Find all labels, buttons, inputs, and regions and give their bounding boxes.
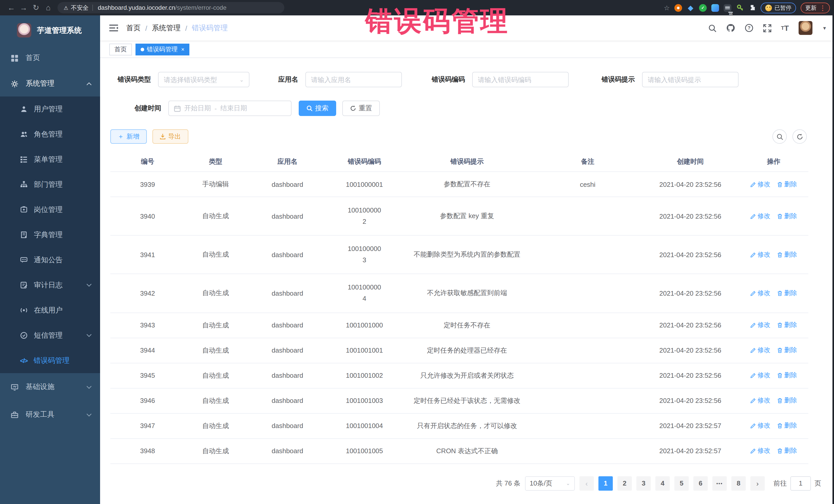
toggle-search-button[interactable]: [772, 129, 787, 144]
app-name-input[interactable]: [311, 76, 396, 83]
edit-link[interactable]: 修改: [750, 250, 770, 259]
page-button[interactable]: 8: [731, 476, 746, 490]
extensions-puzzle-icon[interactable]: [748, 4, 756, 12]
date-range-picker[interactable]: 开始日期 - 结束日期: [168, 101, 291, 116]
goto-page-input[interactable]: [790, 476, 811, 490]
edit-link[interactable]: 修改: [750, 446, 770, 455]
sidebar-item-system-mgmt[interactable]: 系统管理: [0, 71, 100, 96]
bookmark-star-icon[interactable]: ☆: [664, 4, 670, 12]
edit-link[interactable]: 修改: [750, 346, 770, 355]
edit-link[interactable]: 修改: [750, 321, 770, 329]
extension-icon[interactable]: [674, 4, 682, 12]
tag-error-code-active[interactable]: 错误码管理 ×: [135, 43, 190, 55]
reset-button[interactable]: 重置: [342, 101, 380, 116]
add-button[interactable]: ＋ 新增: [110, 129, 147, 144]
close-tag-icon[interactable]: ×: [181, 46, 184, 52]
announcement-icon: [20, 256, 28, 264]
reload-icon[interactable]: ↻: [30, 0, 42, 15]
start-date-placeholder[interactable]: 开始日期: [184, 104, 211, 113]
export-button[interactable]: 导出: [152, 129, 188, 144]
delete-link[interactable]: 删除: [777, 371, 797, 380]
edit-link[interactable]: 修改: [750, 289, 770, 298]
sidebar-item-dict-mgmt[interactable]: 字典管理: [0, 222, 100, 247]
tag-home[interactable]: 首页: [109, 43, 132, 55]
breadcrumb-home[interactable]: 首页: [126, 23, 140, 32]
sidebar-item-audit-log[interactable]: 审计日志: [0, 272, 100, 298]
edit-link[interactable]: 修改: [750, 396, 770, 405]
sidebar-item-online-users[interactable]: 在线用户: [0, 298, 100, 323]
delete-link[interactable]: 删除: [777, 180, 797, 189]
edit-link[interactable]: 修改: [750, 371, 770, 380]
error-type-select-input[interactable]: [164, 76, 239, 83]
edit-link[interactable]: 修改: [750, 180, 770, 189]
extension-paused-badge[interactable]: 已暂停: [761, 2, 796, 13]
end-date-placeholder[interactable]: 结束日期: [220, 104, 247, 113]
font-size-icon[interactable]: TT: [781, 24, 789, 32]
error-hint-input[interactable]: [648, 76, 733, 83]
page-button[interactable]: 6: [694, 476, 708, 490]
page-size-select[interactable]: 10条/页 ⌄: [525, 476, 575, 490]
delete-link[interactable]: 删除: [777, 250, 797, 259]
breadcrumb-system[interactable]: 系统管理: [152, 23, 181, 32]
sidebar-item-post-mgmt[interactable]: 岗位管理: [0, 197, 100, 222]
sidebar-item-error-code-mgmt[interactable]: </> 错误码管理: [0, 348, 100, 373]
sidebar-logo[interactable]: 芋道管理系统: [0, 15, 100, 45]
github-icon[interactable]: [726, 24, 735, 32]
error-type-select[interactable]: ⌄: [158, 72, 249, 87]
next-page-button[interactable]: ›: [750, 476, 765, 490]
search-button[interactable]: 搜索: [299, 101, 336, 116]
extension-icon[interactable]: on: [724, 4, 731, 12]
extension-icon[interactable]: [711, 4, 719, 12]
sidebar-item-infrastructure[interactable]: 基础设施: [0, 373, 100, 401]
more-pages-button[interactable]: •••: [712, 476, 727, 490]
prev-page-button[interactable]: ‹: [579, 476, 594, 490]
menu-dots-icon[interactable]: ⋮: [820, 6, 825, 9]
home-icon[interactable]: ⌂: [42, 0, 54, 15]
fullscreen-icon[interactable]: [763, 24, 771, 32]
hamburger-fold-icon[interactable]: [109, 24, 118, 32]
header-search-icon[interactable]: [708, 24, 717, 32]
delete-link[interactable]: 删除: [777, 446, 797, 455]
delete-link[interactable]: 删除: [777, 346, 797, 355]
page-button[interactable]: 4: [655, 476, 670, 490]
window-edge-scrollbar[interactable]: [832, 0, 834, 504]
page-button[interactable]: 2: [617, 476, 632, 490]
forward-icon[interactable]: →: [18, 0, 30, 15]
error-code-field[interactable]: [472, 72, 569, 87]
delete-link[interactable]: 删除: [777, 421, 797, 430]
total-count: 共 76 条: [496, 479, 521, 488]
page-button[interactable]: 3: [636, 476, 651, 490]
edit-link[interactable]: 修改: [750, 421, 770, 430]
search-form: 错误码类型 ⌄ 应用名: [110, 72, 821, 116]
sidebar-item-dept-mgmt[interactable]: 部门管理: [0, 172, 100, 197]
back-icon[interactable]: ←: [5, 0, 18, 15]
address-bar[interactable]: ⚠ 不安全 dashboard.yudao.iocoder.cn/system/…: [58, 2, 284, 13]
sidebar-item-dev-tools[interactable]: 研发工具: [0, 401, 100, 429]
delete-link[interactable]: 删除: [777, 321, 797, 329]
extension-icon[interactable]: ✓: [699, 4, 707, 12]
sidebar-item-role-mgmt[interactable]: 角色管理: [0, 122, 100, 147]
plus-icon: ＋: [117, 132, 124, 141]
sidebar-item-menu-mgmt[interactable]: 菜单管理: [0, 147, 100, 172]
page-button[interactable]: 5: [674, 476, 689, 490]
delete-link[interactable]: 删除: [777, 396, 797, 405]
sidebar-item-sms-mgmt[interactable]: 短信管理: [0, 323, 100, 348]
delete-link[interactable]: 删除: [777, 212, 797, 220]
extension-icon[interactable]: [736, 4, 744, 12]
browser-update-button[interactable]: 更新 ⋮: [800, 2, 830, 13]
error-code-input[interactable]: [478, 76, 563, 83]
sidebar-item-notice[interactable]: 通知公告: [0, 247, 100, 272]
refresh-table-button[interactable]: [792, 129, 807, 144]
extension-icon[interactable]: ◆: [687, 4, 695, 12]
help-icon[interactable]: ?: [745, 24, 753, 32]
delete-link[interactable]: 删除: [777, 289, 797, 298]
user-avatar[interactable]: [798, 21, 812, 35]
edit-link[interactable]: 修改: [750, 212, 770, 220]
avatar-caret-icon[interactable]: ▼: [822, 25, 827, 30]
sms-icon: [20, 332, 28, 339]
sidebar-item-home[interactable]: 首页: [0, 45, 100, 71]
page-button[interactable]: 1: [598, 476, 613, 490]
error-hint-field[interactable]: [642, 72, 739, 87]
sidebar-item-user-mgmt[interactable]: 用户管理: [0, 96, 100, 122]
app-name-field[interactable]: [305, 72, 402, 87]
